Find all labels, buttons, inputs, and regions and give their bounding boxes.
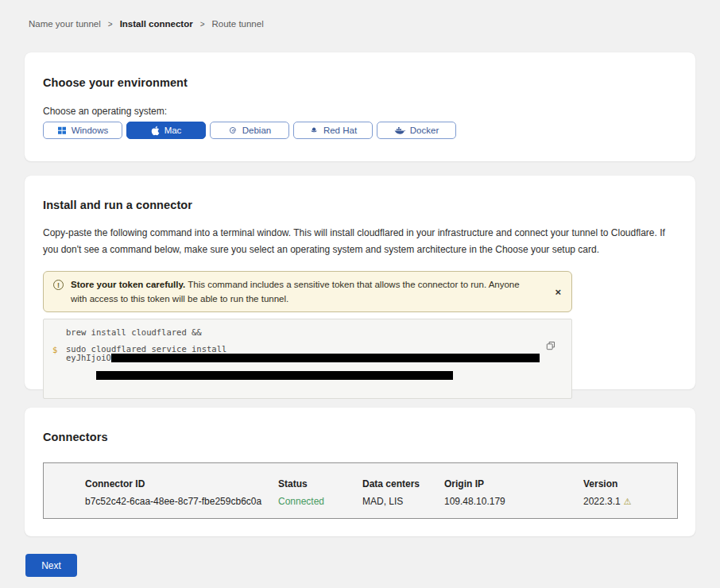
data-centers-value: MAD, LIS bbox=[362, 496, 444, 507]
apple-icon bbox=[151, 126, 160, 136]
connector-description: Copy-paste the following command into a … bbox=[43, 225, 675, 258]
breadcrumb-route-tunnel[interactable]: Route tunnel bbox=[212, 19, 264, 29]
warning-triangle-icon: ⚠ bbox=[624, 497, 632, 506]
os-button-label: Debian bbox=[242, 126, 271, 135]
redhat-icon bbox=[309, 126, 319, 135]
next-button[interactable]: Next bbox=[25, 554, 77, 577]
code-line-service-install: sudo cloudflared service install bbox=[66, 345, 571, 354]
debian-icon bbox=[228, 126, 238, 135]
status-badge: Connected bbox=[278, 496, 362, 507]
os-button-label: Red Hat bbox=[323, 126, 357, 135]
install-command-codeblock[interactable]: $ brew install cloudflared && sudo cloud… bbox=[43, 319, 572, 399]
info-icon: ! bbox=[53, 280, 64, 290]
table-row: b7c52c42-6caa-48ee-8c77-fbe259cb6c0a Con… bbox=[85, 496, 677, 507]
os-button-docker[interactable]: Docker bbox=[377, 122, 456, 139]
alert-text: Store your token carefully. This command… bbox=[71, 277, 562, 306]
col-data-centers: Data centers bbox=[362, 478, 444, 489]
windows-icon bbox=[57, 126, 67, 135]
breadcrumb-install-connector[interactable]: Install connector bbox=[120, 19, 193, 29]
token-redaction-bar bbox=[96, 371, 453, 380]
os-button-mac[interactable]: Mac bbox=[126, 122, 206, 139]
table-header-row: Connector ID Status Data centers Origin … bbox=[85, 478, 677, 489]
os-button-label: Mac bbox=[165, 126, 182, 135]
shell-prompt: $ bbox=[52, 345, 57, 354]
token-prefix: eyJhIjoiO bbox=[66, 354, 111, 362]
connector-id-value: b7c52c42-6caa-48ee-8c77-fbe259cb6c0a bbox=[85, 496, 278, 507]
connectors-card-title: Connectors bbox=[43, 431, 677, 443]
os-button-group: Windows Mac Debian Red Hat bbox=[43, 122, 677, 139]
os-select-label: Choose an operating system: bbox=[43, 106, 677, 117]
docker-icon bbox=[394, 126, 405, 135]
os-button-label: Docker bbox=[410, 126, 439, 135]
breadcrumb: Name your tunnel > Install connector > R… bbox=[0, 0, 720, 29]
connector-card-title: Install and run a connector bbox=[43, 199, 677, 211]
token-redaction-bar bbox=[111, 354, 540, 362]
col-version: Version bbox=[583, 478, 677, 489]
install-connector-card: Install and run a connector Copy-paste t… bbox=[25, 176, 695, 389]
connectors-card: Connectors Connector ID Status Data cent… bbox=[25, 408, 695, 536]
os-button-redhat[interactable]: Red Hat bbox=[293, 122, 373, 139]
breadcrumb-separator: > bbox=[200, 20, 205, 29]
code-line-token-continued bbox=[66, 362, 571, 390]
code-line-brew: brew install cloudflared && bbox=[66, 328, 571, 337]
code-line-token: eyJhIjoiO bbox=[66, 354, 571, 362]
col-status: Status bbox=[278, 478, 362, 489]
token-warning-alert: ! Store your token carefully. This comma… bbox=[43, 271, 572, 312]
version-number: 2022.3.1 bbox=[583, 496, 621, 507]
connectors-table: Connector ID Status Data centers Origin … bbox=[43, 462, 678, 519]
breadcrumb-separator: > bbox=[108, 20, 113, 29]
alert-title: Store your token carefully. bbox=[71, 280, 185, 289]
copy-icon[interactable] bbox=[546, 341, 555, 353]
col-connector-id: Connector ID bbox=[85, 478, 278, 489]
choose-environment-card: Choose your environment Choose an operat… bbox=[25, 52, 695, 161]
os-button-debian[interactable]: Debian bbox=[210, 122, 289, 139]
breadcrumb-name-your-tunnel[interactable]: Name your tunnel bbox=[29, 19, 101, 29]
origin-ip-value: 109.48.10.179 bbox=[444, 496, 583, 507]
close-icon[interactable]: × bbox=[555, 287, 561, 297]
version-value: 2022.3.1 ⚠ bbox=[583, 496, 677, 507]
os-button-label: Windows bbox=[72, 126, 109, 135]
col-origin-ip: Origin IP bbox=[444, 478, 583, 489]
os-button-windows[interactable]: Windows bbox=[43, 122, 122, 139]
environment-card-title: Choose your environment bbox=[43, 76, 677, 89]
